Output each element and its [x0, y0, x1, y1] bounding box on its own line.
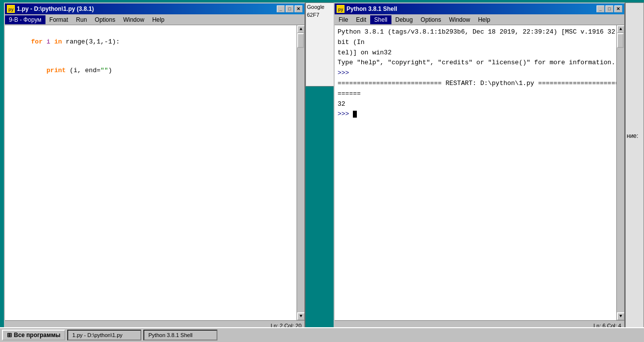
- svg-text:py: py: [338, 7, 343, 12]
- shell-line-3: Type "help", "copyright", "credits" or "…: [338, 58, 621, 68]
- shell-line-4: >>>: [338, 68, 621, 79]
- menu-item-forum[interactable]: 9-В - Форум: [5, 15, 45, 24]
- shell-scroll-thumb[interactable]: [617, 33, 624, 48]
- shell-menu-shell[interactable]: Shell: [370, 15, 391, 24]
- menu-item-window[interactable]: Window: [119, 15, 148, 24]
- editor-title-icon: py: [7, 5, 15, 13]
- shell-title-bar[interactable]: py Python 3.8.1 Shell _ □ ✕: [335, 3, 624, 14]
- taskbar: ⊞ Все программы 1.py - D:\python\1.py Py…: [0, 327, 644, 342]
- editor-content[interactable]: for i in range(3,1,-1): print (i, end=""…: [5, 25, 304, 320]
- shell-menu-debug[interactable]: Debug: [391, 15, 417, 24]
- shell-line-5: =========================== RESTART: D:\…: [338, 79, 621, 99]
- taskbar-editor-item[interactable]: 1.py - D:\python\1.py: [67, 330, 141, 341]
- code-line-1: for i in range(3,1,-1):: [8, 27, 301, 56]
- shell-menu-edit[interactable]: Edit: [352, 15, 370, 24]
- shell-line-2: tel)] on win32: [338, 48, 621, 58]
- shell-line-1: Python 3.8.1 (tags/v3.8.1:1b293b6, Dec 1…: [338, 27, 621, 48]
- editor-scroll-thumb[interactable]: [297, 33, 304, 48]
- menu-item-run[interactable]: Run: [72, 15, 91, 24]
- svg-text:py: py: [8, 7, 14, 12]
- bg-partial-text: Google: [306, 3, 335, 11]
- right-panel: ние:: [625, 2, 644, 331]
- start-button[interactable]: ⊞ Все программы: [2, 330, 65, 341]
- shell-menu-help[interactable]: Help: [474, 15, 494, 24]
- shell-title-text: Python 3.8.1 Shell: [346, 5, 397, 12]
- code-line-2: print (i, end=""): [8, 56, 301, 86]
- shell-window: py Python 3.8.1 Shell _ □ ✕ File Edit Sh…: [334, 2, 625, 331]
- menu-item-format[interactable]: Format: [45, 15, 72, 24]
- bg-code-partial: 62F7: [306, 11, 335, 19]
- editor-menu-bar: 9-В - Форум Format Run Options Window He…: [5, 14, 304, 25]
- shell-scroll-down[interactable]: ▼: [617, 312, 624, 320]
- right-panel-label: ние:: [627, 132, 643, 139]
- shell-maximize-button[interactable]: □: [605, 5, 613, 12]
- start-icon: ⊞: [7, 332, 12, 339]
- taskbar-editor-label: 1.py - D:\python\1.py: [72, 332, 123, 338]
- editor-close-button[interactable]: ✕: [295, 5, 302, 12]
- shell-scrollbar[interactable]: ▲ ▼: [616, 25, 624, 320]
- shell-menu-file[interactable]: File: [335, 15, 352, 24]
- background-window: Google 62F7: [305, 2, 335, 86]
- editor-scrollbar[interactable]: ▲ ▼: [297, 25, 304, 320]
- editor-scroll-down[interactable]: ▼: [297, 312, 304, 320]
- shell-menu-bar: File Edit Shell Debug Options Window Hel…: [335, 14, 624, 25]
- shell-menu-window[interactable]: Window: [445, 15, 474, 24]
- editor-title-bar[interactable]: py 1.py - D:\python\1.py (3.8.1) _ □ ✕: [5, 3, 304, 14]
- menu-item-help[interactable]: Help: [148, 15, 169, 24]
- shell-line-6: 32: [338, 99, 621, 110]
- editor-scroll-up[interactable]: ▲: [297, 25, 304, 33]
- shell-content[interactable]: Python 3.8.1 (tags/v3.8.1:1b293b6, Dec 1…: [335, 25, 624, 320]
- taskbar-shell-item[interactable]: Python 3.8.1 Shell: [143, 330, 217, 341]
- editor-window: py 1.py - D:\python\1.py (3.8.1) _ □ ✕ 9…: [4, 2, 305, 331]
- taskbar-shell-label: Python 3.8.1 Shell: [148, 332, 192, 338]
- editor-minimize-button[interactable]: _: [277, 5, 285, 12]
- shell-scroll-up[interactable]: ▲: [617, 25, 624, 33]
- start-label: Все программы: [14, 332, 60, 339]
- editor-title-text: 1.py - D:\python\1.py (3.8.1): [17, 5, 94, 12]
- shell-close-button[interactable]: ✕: [614, 5, 622, 12]
- shell-line-7: >>>: [338, 109, 621, 120]
- shell-menu-options[interactable]: Options: [417, 15, 445, 24]
- menu-item-options[interactable]: Options: [91, 15, 119, 24]
- editor-maximize-button[interactable]: □: [286, 5, 294, 12]
- shell-minimize-button[interactable]: _: [597, 5, 604, 12]
- shell-title-icon: py: [337, 5, 344, 13]
